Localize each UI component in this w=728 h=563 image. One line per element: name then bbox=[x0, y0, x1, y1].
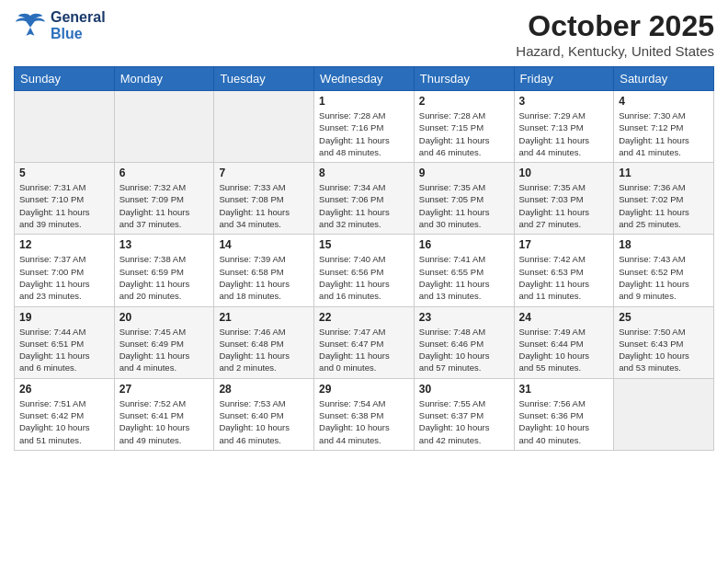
calendar-cell: 10Sunrise: 7:35 AM Sunset: 7:03 PM Dayli… bbox=[514, 163, 614, 235]
day-info: Sunrise: 7:28 AM Sunset: 7:15 PM Dayligh… bbox=[419, 109, 509, 158]
calendar-week-5: 26Sunrise: 7:51 AM Sunset: 6:42 PM Dayli… bbox=[15, 378, 714, 450]
calendar-cell: 13Sunrise: 7:38 AM Sunset: 6:59 PM Dayli… bbox=[114, 235, 214, 306]
day-info: Sunrise: 7:33 AM Sunset: 7:08 PM Dayligh… bbox=[219, 181, 309, 230]
day-info: Sunrise: 7:53 AM Sunset: 6:40 PM Dayligh… bbox=[219, 397, 309, 446]
calendar-cell: 11Sunrise: 7:36 AM Sunset: 7:02 PM Dayli… bbox=[614, 163, 714, 235]
day-info: Sunrise: 7:28 AM Sunset: 7:16 PM Dayligh… bbox=[319, 109, 409, 158]
day-number: 9 bbox=[419, 167, 509, 179]
calendar-cell: 26Sunrise: 7:51 AM Sunset: 6:42 PM Dayli… bbox=[15, 378, 115, 450]
calendar-cell: 25Sunrise: 7:50 AM Sunset: 6:43 PM Dayli… bbox=[614, 306, 714, 378]
day-number: 24 bbox=[519, 311, 609, 324]
day-number: 7 bbox=[219, 167, 309, 179]
calendar-cell bbox=[214, 91, 314, 163]
day-number: 25 bbox=[619, 311, 709, 324]
logo-blue: Blue bbox=[51, 26, 106, 42]
day-info: Sunrise: 7:52 AM Sunset: 6:41 PM Dayligh… bbox=[119, 397, 210, 446]
calendar-cell: 23Sunrise: 7:48 AM Sunset: 6:46 PM Dayli… bbox=[414, 306, 514, 378]
calendar-table: Sunday Monday Tuesday Wednesday Thursday… bbox=[14, 66, 714, 451]
day-info: Sunrise: 7:45 AM Sunset: 6:49 PM Dayligh… bbox=[119, 326, 210, 374]
day-number: 8 bbox=[319, 167, 409, 179]
calendar-cell: 16Sunrise: 7:41 AM Sunset: 6:55 PM Dayli… bbox=[414, 235, 514, 306]
day-number: 16 bbox=[419, 238, 509, 251]
calendar-cell: 30Sunrise: 7:55 AM Sunset: 6:37 PM Dayli… bbox=[414, 378, 514, 450]
day-number: 6 bbox=[119, 167, 210, 179]
day-info: Sunrise: 7:48 AM Sunset: 6:46 PM Dayligh… bbox=[419, 326, 509, 374]
day-info: Sunrise: 7:36 AM Sunset: 7:02 PM Dayligh… bbox=[619, 181, 709, 230]
day-number: 29 bbox=[319, 383, 409, 396]
calendar-header-row: Sunday Monday Tuesday Wednesday Thursday… bbox=[15, 67, 714, 91]
day-number: 21 bbox=[219, 311, 309, 324]
day-number: 26 bbox=[19, 383, 109, 396]
calendar-cell: 22Sunrise: 7:47 AM Sunset: 6:47 PM Dayli… bbox=[314, 306, 415, 378]
day-number: 22 bbox=[319, 311, 409, 324]
day-info: Sunrise: 7:43 AM Sunset: 6:52 PM Dayligh… bbox=[619, 253, 709, 302]
day-number: 27 bbox=[119, 383, 210, 396]
header-friday: Friday bbox=[514, 67, 614, 91]
day-number: 11 bbox=[619, 167, 709, 179]
day-number: 12 bbox=[19, 238, 109, 251]
calendar-cell: 18Sunrise: 7:43 AM Sunset: 6:52 PM Dayli… bbox=[614, 235, 714, 306]
day-number: 18 bbox=[619, 238, 709, 251]
day-info: Sunrise: 7:47 AM Sunset: 6:47 PM Dayligh… bbox=[319, 326, 409, 374]
day-info: Sunrise: 7:38 AM Sunset: 6:59 PM Dayligh… bbox=[119, 253, 210, 302]
day-number: 14 bbox=[219, 238, 309, 251]
calendar-cell: 14Sunrise: 7:39 AM Sunset: 6:58 PM Dayli… bbox=[214, 235, 314, 306]
day-info: Sunrise: 7:34 AM Sunset: 7:06 PM Dayligh… bbox=[319, 181, 409, 230]
calendar-cell: 24Sunrise: 7:49 AM Sunset: 6:44 PM Dayli… bbox=[514, 306, 614, 378]
calendar-cell: 8Sunrise: 7:34 AM Sunset: 7:06 PM Daylig… bbox=[314, 163, 415, 235]
day-number: 23 bbox=[419, 311, 509, 324]
logo-text: General Blue bbox=[51, 9, 106, 41]
day-number: 30 bbox=[419, 383, 509, 396]
day-info: Sunrise: 7:31 AM Sunset: 7:10 PM Dayligh… bbox=[19, 181, 109, 230]
day-number: 3 bbox=[519, 95, 609, 108]
day-number: 10 bbox=[519, 167, 609, 179]
day-info: Sunrise: 7:56 AM Sunset: 6:36 PM Dayligh… bbox=[519, 397, 609, 446]
day-number: 19 bbox=[19, 311, 109, 324]
day-number: 20 bbox=[119, 311, 210, 324]
page-container: General Blue October 2025 Hazard, Kentuc… bbox=[0, 0, 728, 563]
day-number: 1 bbox=[319, 95, 409, 108]
day-info: Sunrise: 7:54 AM Sunset: 6:38 PM Dayligh… bbox=[319, 397, 409, 446]
logo-general: General bbox=[51, 9, 106, 26]
calendar-cell: 5Sunrise: 7:31 AM Sunset: 7:10 PM Daylig… bbox=[15, 163, 115, 235]
day-number: 2 bbox=[419, 95, 509, 108]
day-number: 4 bbox=[619, 95, 709, 108]
calendar-cell: 6Sunrise: 7:32 AM Sunset: 7:09 PM Daylig… bbox=[114, 163, 214, 235]
calendar-cell: 27Sunrise: 7:52 AM Sunset: 6:41 PM Dayli… bbox=[114, 378, 214, 450]
title-section: October 2025 Hazard, Kentucky, United St… bbox=[516, 9, 714, 59]
calendar-cell: 1Sunrise: 7:28 AM Sunset: 7:16 PM Daylig… bbox=[314, 91, 415, 163]
day-number: 28 bbox=[219, 383, 309, 396]
calendar-cell: 17Sunrise: 7:42 AM Sunset: 6:53 PM Dayli… bbox=[514, 235, 614, 306]
day-number: 15 bbox=[319, 238, 409, 251]
calendar-cell: 29Sunrise: 7:54 AM Sunset: 6:38 PM Dayli… bbox=[314, 378, 415, 450]
calendar-cell: 9Sunrise: 7:35 AM Sunset: 7:05 PM Daylig… bbox=[414, 163, 514, 235]
day-info: Sunrise: 7:49 AM Sunset: 6:44 PM Dayligh… bbox=[519, 326, 609, 374]
calendar-cell: 21Sunrise: 7:46 AM Sunset: 6:48 PM Dayli… bbox=[214, 306, 314, 378]
header-sunday: Sunday bbox=[15, 67, 115, 91]
header-wednesday: Wednesday bbox=[314, 67, 415, 91]
day-info: Sunrise: 7:50 AM Sunset: 6:43 PM Dayligh… bbox=[619, 326, 709, 374]
day-info: Sunrise: 7:42 AM Sunset: 6:53 PM Dayligh… bbox=[519, 253, 609, 302]
day-info: Sunrise: 7:46 AM Sunset: 6:48 PM Dayligh… bbox=[219, 326, 309, 374]
day-number: 31 bbox=[519, 383, 609, 396]
header-saturday: Saturday bbox=[614, 67, 714, 91]
calendar-cell: 31Sunrise: 7:56 AM Sunset: 6:36 PM Dayli… bbox=[514, 378, 614, 450]
day-number: 17 bbox=[519, 238, 609, 251]
month-title: October 2025 bbox=[516, 9, 714, 43]
day-number: 13 bbox=[119, 238, 210, 251]
logo-icon bbox=[14, 9, 47, 42]
header-thursday: Thursday bbox=[414, 67, 514, 91]
day-info: Sunrise: 7:37 AM Sunset: 7:00 PM Dayligh… bbox=[19, 253, 109, 302]
day-info: Sunrise: 7:41 AM Sunset: 6:55 PM Dayligh… bbox=[419, 253, 509, 302]
day-info: Sunrise: 7:32 AM Sunset: 7:09 PM Dayligh… bbox=[119, 181, 210, 230]
day-info: Sunrise: 7:51 AM Sunset: 6:42 PM Dayligh… bbox=[19, 397, 109, 446]
day-number: 5 bbox=[19, 167, 109, 179]
day-info: Sunrise: 7:29 AM Sunset: 7:13 PM Dayligh… bbox=[519, 109, 609, 158]
logo: General Blue bbox=[14, 9, 106, 42]
calendar-cell bbox=[114, 91, 214, 163]
calendar-cell: 20Sunrise: 7:45 AM Sunset: 6:49 PM Dayli… bbox=[114, 306, 214, 378]
calendar-cell: 4Sunrise: 7:30 AM Sunset: 7:12 PM Daylig… bbox=[614, 91, 714, 163]
calendar-cell: 12Sunrise: 7:37 AM Sunset: 7:00 PM Dayli… bbox=[15, 235, 115, 306]
calendar-week-3: 12Sunrise: 7:37 AM Sunset: 7:00 PM Dayli… bbox=[15, 235, 714, 306]
location: Hazard, Kentucky, United States bbox=[516, 43, 714, 59]
